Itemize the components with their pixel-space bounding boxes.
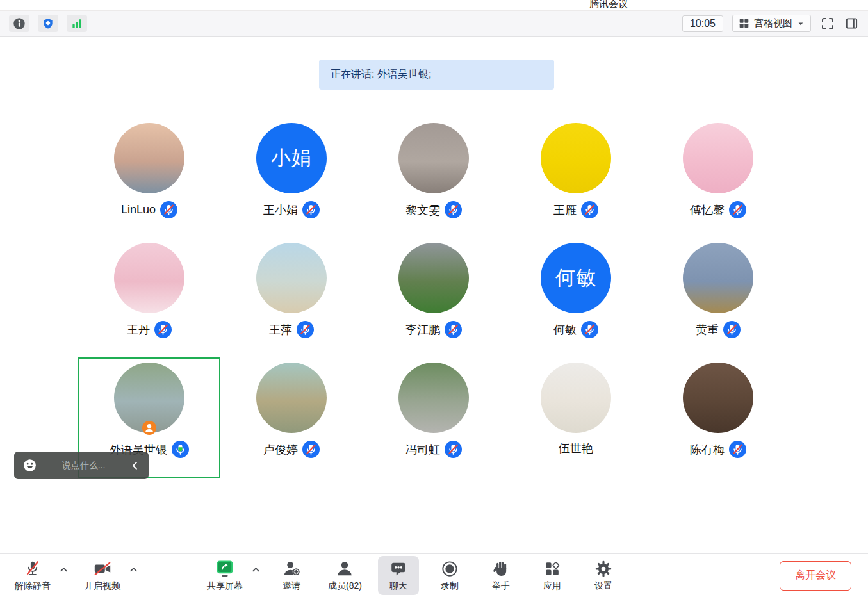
meeting-security-button[interactable] — [38, 15, 58, 32]
participant-grid: LinLuo 小娟 王小娟 黎文雯 王雁 傅忆馨 — [78, 118, 789, 478]
mic-muted-icon — [160, 201, 177, 218]
avatar — [683, 243, 753, 313]
participant-name: 陈有梅 — [690, 442, 725, 457]
share-screen-icon — [215, 559, 235, 578]
participant-tile[interactable]: 王雁 — [505, 118, 647, 238]
participant-tile[interactable]: 黎文雯 — [363, 118, 505, 238]
avatar: 小娟 — [256, 123, 327, 193]
divider — [45, 459, 45, 473]
avatar — [398, 243, 469, 313]
network-signal-icon — [70, 17, 83, 30]
participant-name: 傅忆馨 — [690, 202, 725, 218]
meeting-status-icons — [9, 15, 87, 32]
window-title: 腾讯会议 — [589, 0, 628, 10]
participant-tile[interactable]: 何敏 何敏 — [505, 238, 647, 357]
participant-tile[interactable]: 陈有梅 — [647, 357, 789, 477]
meeting-info-button[interactable] — [9, 15, 29, 32]
avatar — [398, 123, 469, 193]
participant-tile[interactable]: LinLuo — [78, 118, 220, 238]
participant-tile[interactable]: 小娟 王小娟 — [220, 118, 363, 238]
fullscreen-button[interactable] — [820, 16, 835, 31]
participant-name: 冯司虹 — [405, 442, 440, 457]
bottom-toolbar: 解除静音 开启视频 共享屏幕 邀请 成员(82) 聊天 — [0, 553, 868, 597]
avatar — [114, 123, 184, 193]
avatar-initials: 何敏 — [555, 265, 596, 291]
chat-button[interactable]: 聊天 — [378, 556, 419, 595]
record-button[interactable]: 录制 — [429, 556, 470, 595]
start-video-label: 开启视频 — [85, 580, 120, 592]
participant-tile[interactable]: 黄重 — [647, 238, 789, 357]
toolbar-items: 解除静音 开启视频 共享屏幕 邀请 成员(82) 聊天 — [9, 556, 624, 595]
participant-tile[interactable]: 王丹 — [78, 238, 220, 357]
sidebar-toggle-button[interactable] — [844, 16, 859, 31]
unmute-label: 解除静音 — [15, 580, 51, 592]
mic-muted-icon — [297, 321, 314, 338]
members-label: 成员(82) — [328, 580, 362, 592]
members-icon — [335, 559, 354, 578]
info-icon — [12, 17, 26, 31]
chevron-up-icon[interactable] — [251, 565, 261, 575]
chevron-up-icon[interactable] — [129, 565, 138, 575]
settings-button[interactable]: 设置 — [583, 556, 624, 595]
mic-muted-icon — [729, 201, 746, 218]
invite-icon — [282, 559, 301, 578]
participant-name: 黄重 — [696, 322, 719, 338]
invite-label: 邀请 — [283, 580, 300, 592]
avatar — [683, 123, 753, 193]
raise-hand-button[interactable]: 举手 — [480, 556, 521, 595]
participant-tile[interactable]: 傅忆馨 — [647, 118, 789, 238]
participant-tile[interactable]: 冯司虹 — [363, 357, 505, 477]
avatar — [398, 363, 469, 433]
avatar — [683, 363, 753, 433]
participant-name: LinLuo — [121, 203, 156, 217]
sidebar-panel-icon — [844, 16, 859, 31]
active-speaker-banner: 正在讲话: 外语吴世银; — [319, 60, 554, 90]
settings-label: 设置 — [594, 580, 612, 592]
start-video-button[interactable]: 开启视频 — [79, 556, 126, 595]
participant-name: 王雁 — [553, 202, 577, 218]
raise-hand-label: 举手 — [492, 580, 510, 592]
members-button[interactable]: 成员(82) — [322, 556, 368, 595]
meeting-stage: 正在讲话: 外语吴世银; LinLuo 小娟 王小娟 黎文雯 王雁 — [0, 37, 868, 553]
chat-label: 聊天 — [389, 580, 407, 592]
mic-muted-icon — [581, 321, 598, 338]
participant-tile[interactable]: 李江鹏 — [363, 238, 505, 357]
window-titlebar: 腾讯会议 — [0, 0, 868, 11]
mic-muted-icon — [154, 321, 172, 338]
avatar: 何敏 — [541, 243, 611, 313]
mic-muted-icon — [581, 201, 598, 218]
participant-name: 何敏 — [553, 322, 577, 338]
chevron-up-icon[interactable] — [59, 565, 69, 575]
participant-name: 卢俊婷 — [263, 442, 298, 457]
participant-name: 伍世艳 — [559, 441, 593, 456]
apps-button[interactable]: 应用 — [532, 556, 573, 595]
participant-name: 黎文雯 — [405, 202, 440, 218]
camera-off-icon — [92, 559, 113, 578]
gear-icon — [594, 559, 613, 578]
chat-icon — [389, 559, 408, 578]
layout-view-dropdown[interactable]: 宫格视图 — [732, 15, 811, 32]
avatar — [256, 243, 327, 313]
record-label: 录制 — [441, 580, 459, 592]
network-status-button[interactable] — [67, 15, 87, 32]
collapse-chat-button[interactable] — [129, 460, 141, 471]
participant-name: 王丹 — [127, 322, 150, 338]
chevron-down-icon — [797, 20, 805, 28]
share-screen-button[interactable]: 共享屏幕 — [201, 556, 249, 595]
top-toolbar: 10:05 宫格视图 — [0, 11, 868, 37]
mic-muted-icon — [445, 201, 462, 218]
invite-button[interactable]: 邀请 — [271, 556, 312, 595]
leave-meeting-button[interactable]: 离开会议 — [780, 561, 851, 591]
hand-icon — [491, 559, 511, 578]
participant-name: 王小娟 — [263, 202, 298, 218]
participant-tile[interactable]: 王萍 — [220, 238, 363, 357]
host-badge-icon — [142, 421, 156, 435]
mic-muted-icon — [723, 321, 741, 338]
chat-message-input[interactable]: 说点什么... — [53, 460, 115, 471]
divider — [122, 459, 122, 473]
unmute-button[interactable]: 解除静音 — [9, 556, 56, 595]
participant-tile[interactable]: 卢俊婷 — [220, 357, 363, 477]
emoji-button[interactable] — [22, 457, 38, 473]
meeting-timer: 10:05 — [682, 15, 723, 32]
participant-tile[interactable]: 伍世艳 — [505, 357, 647, 477]
